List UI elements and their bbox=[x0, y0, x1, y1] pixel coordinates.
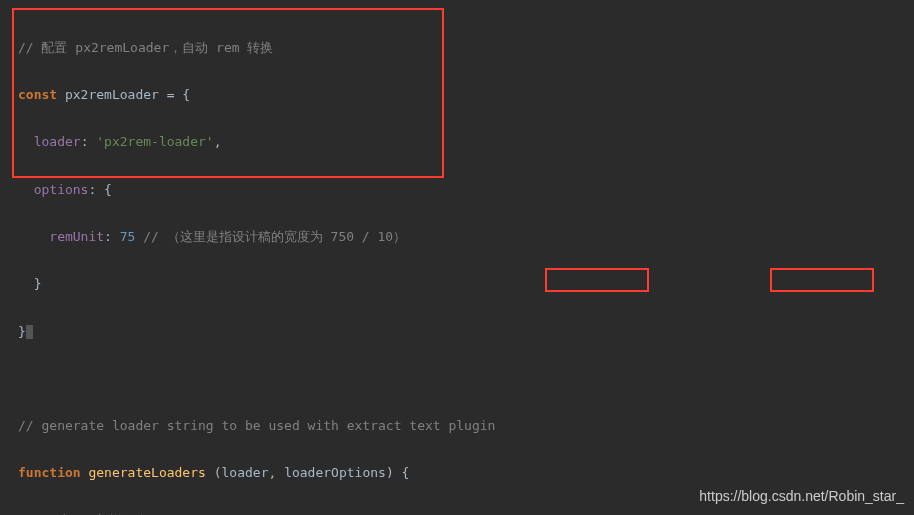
number-75: 75 bbox=[120, 229, 136, 244]
comment-generate: // generate loader string to be used wit… bbox=[18, 418, 495, 433]
comment-width: // （这里是指设计稿的宽度为 750 / 10） bbox=[135, 229, 406, 244]
param-loader: loader bbox=[222, 465, 269, 480]
punct-sep: , bbox=[268, 465, 284, 480]
prop-options: options bbox=[34, 182, 89, 197]
func-generateloaders: generateLoaders bbox=[81, 465, 214, 480]
punct-close-options: } bbox=[34, 276, 42, 291]
prop-loader: loader bbox=[34, 134, 81, 149]
param-loaderoptions: loaderOptions bbox=[284, 465, 386, 480]
punct-colon2: : bbox=[104, 229, 120, 244]
punct-colon: : bbox=[81, 134, 97, 149]
watermark-text: https://blog.csdn.net/Robin_star_ bbox=[699, 484, 904, 509]
comment-config: // 配置 px2remLoader，自动 rem 转换 bbox=[18, 40, 273, 55]
caret-icon bbox=[26, 325, 33, 339]
string-px2rem-loader: 'px2rem-loader' bbox=[96, 134, 213, 149]
punct-close-paren-brace: ) { bbox=[386, 465, 409, 480]
keyword-const: const bbox=[18, 87, 57, 102]
punct-eq-brace: = { bbox=[167, 87, 190, 102]
keyword-function: function bbox=[18, 465, 81, 480]
ident-px2remloader: px2remLoader bbox=[57, 87, 167, 102]
prop-remunit: remUnit bbox=[49, 229, 104, 244]
punct-close-config: } bbox=[18, 324, 26, 339]
punct-comma: , bbox=[214, 134, 222, 149]
code-block-px2remloader-config: // 配置 px2remLoader，自动 rem 转换 const px2re… bbox=[18, 12, 896, 367]
punct-open-paren: ( bbox=[214, 465, 222, 480]
punct-colon-brace: : { bbox=[88, 182, 111, 197]
